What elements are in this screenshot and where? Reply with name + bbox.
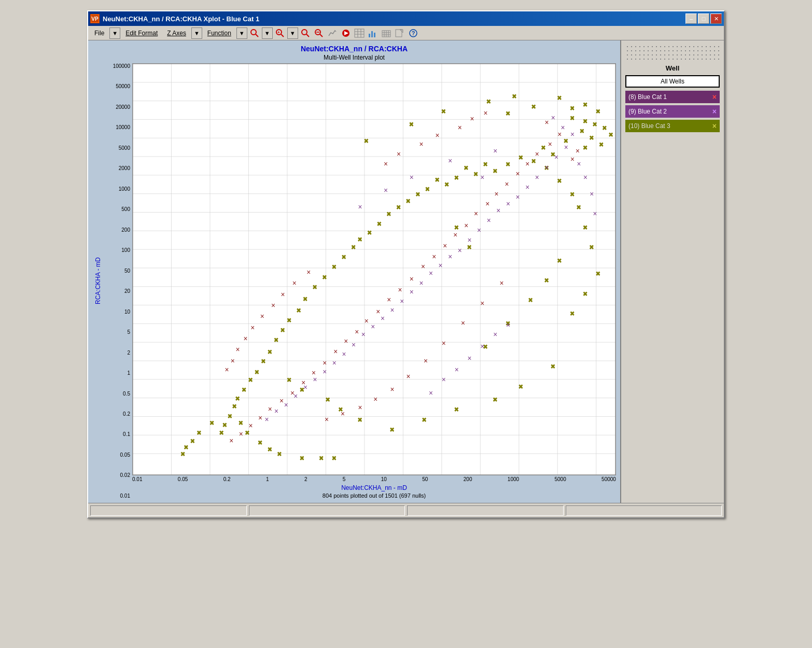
svg-text:×: ×: [423, 416, 426, 424]
svg-text:×: ×: [570, 155, 575, 163]
export-icon[interactable]: [394, 27, 406, 39]
well-x-1[interactable]: ×: [712, 93, 717, 101]
search-zoom-icon[interactable]: [248, 27, 261, 39]
zoom-fit-icon[interactable]: [299, 27, 312, 39]
svg-text:×: ×: [264, 415, 269, 423]
svg-text:×: ×: [342, 253, 345, 261]
svg-text:×: ×: [301, 378, 305, 387]
svg-text:×: ×: [474, 171, 478, 178]
svg-text:×: ×: [300, 455, 304, 462]
sidebar: Well All Wells (8) Blue Cat 1 × (9) Blue…: [620, 40, 724, 503]
svg-text:×: ×: [248, 376, 252, 384]
svg-text:×: ×: [297, 306, 301, 314]
x-tick: 1000: [508, 476, 519, 482]
svg-text:×: ×: [442, 108, 445, 115]
svg-text:×: ×: [223, 421, 227, 429]
svg-text:×: ×: [268, 348, 272, 356]
x-tick: 200: [464, 476, 472, 482]
svg-text:×: ×: [410, 173, 414, 181]
file-dropdown[interactable]: ▼: [109, 27, 120, 39]
title-bar: VP NeuNet:CKHA_nn / RCA:CKHA Xplot - Blu…: [88, 11, 724, 26]
plot-area[interactable]: × × × × × × × × × × × ×: [132, 63, 616, 475]
well-item-3[interactable]: (10) Blue Cat 3 ×: [625, 120, 720, 132]
bar-chart-icon[interactable]: [380, 27, 393, 39]
svg-text:×: ×: [210, 419, 214, 427]
maximize-button[interactable]: □: [698, 13, 709, 24]
close-button[interactable]: ✕: [710, 13, 722, 24]
minimize-button[interactable]: –: [685, 13, 697, 24]
status-section-4: [566, 505, 722, 516]
svg-text:×: ×: [277, 450, 281, 458]
svg-text:×: ×: [365, 137, 368, 145]
svg-text:×: ×: [197, 429, 201, 436]
svg-text:×: ×: [268, 405, 272, 413]
x-tick: 1: [266, 476, 269, 482]
menu-function[interactable]: Function: [203, 28, 235, 38]
menu-edit-format[interactable]: Edit Format: [121, 28, 162, 38]
svg-text:×: ×: [442, 375, 446, 384]
well-item-2[interactable]: (9) Blue Cat 2 ×: [625, 105, 720, 118]
svg-text:×: ×: [506, 321, 510, 329]
svg-text:×: ×: [387, 210, 390, 218]
svg-text:×: ×: [398, 286, 402, 294]
svg-text:×: ×: [551, 363, 555, 370]
x-tick: 2: [304, 476, 307, 482]
chart-area: NeuNet:CKHA_nn / RCA:CKHA Multi-Well Int…: [88, 40, 620, 503]
svg-text:×: ×: [303, 295, 307, 303]
x-axis-ticks: 0.01 0.05 0.2 1 2 5 10 50 200 1000 5000 …: [132, 475, 616, 483]
svg-text:×: ×: [231, 357, 235, 365]
svg-text:×: ×: [439, 261, 443, 270]
zoom-dropdown1[interactable]: ▼: [262, 27, 273, 39]
svg-text:×: ×: [371, 322, 375, 330]
y-tick: 50: [124, 268, 130, 274]
svg-text:×: ×: [290, 388, 295, 397]
y-tick: 0.1: [123, 431, 130, 437]
svg-text:×: ×: [532, 158, 536, 165]
well-item-1[interactable]: (8) Blue Cat 1 ×: [625, 91, 720, 103]
menu-file[interactable]: File: [90, 28, 108, 38]
svg-text:×: ×: [245, 429, 249, 436]
svg-text:×: ×: [464, 164, 468, 171]
svg-text:×: ×: [480, 173, 484, 181]
svg-text:×: ×: [467, 354, 471, 362]
help-icon[interactable]: ?: [407, 27, 419, 39]
svg-text:×: ×: [583, 224, 587, 231]
status-section-2: [249, 505, 405, 516]
play-icon[interactable]: [340, 27, 352, 39]
status-section-1: [90, 505, 247, 516]
svg-text:×: ×: [500, 279, 504, 287]
svg-text:×: ×: [480, 342, 484, 350]
y-tick: 20000: [116, 104, 130, 110]
svg-text:×: ×: [445, 180, 449, 188]
chart-icon[interactable]: [367, 27, 379, 39]
chart-line-icon[interactable]: [326, 27, 339, 39]
zoom-out-icon[interactable]: [313, 27, 325, 39]
svg-text:×: ×: [535, 150, 539, 158]
y-tick: 100000: [113, 63, 130, 69]
y-tick: 0.5: [123, 391, 130, 397]
svg-text:×: ×: [532, 103, 536, 110]
svg-text:×: ×: [455, 224, 458, 231]
svg-text:×: ×: [332, 359, 337, 367]
menu-z-axes[interactable]: Z Axes: [163, 28, 190, 38]
svg-text:×: ×: [326, 396, 329, 403]
well-x-3[interactable]: ×: [712, 122, 717, 130]
status-section-3: [407, 505, 564, 516]
svg-text:×: ×: [557, 177, 561, 185]
svg-text:×: ×: [583, 101, 587, 108]
svg-text:×: ×: [516, 170, 520, 178]
svg-text:×: ×: [577, 204, 581, 211]
y-tick: 0.05: [120, 452, 130, 458]
zoom-icon2[interactable]: +: [274, 27, 286, 39]
function-dropdown[interactable]: ▼: [236, 27, 247, 39]
zoom-dropdown2[interactable]: ▼: [287, 27, 298, 39]
svg-text:×: ×: [470, 115, 474, 123]
well-x-2[interactable]: ×: [712, 107, 717, 116]
all-wells-button[interactable]: All Wells: [625, 75, 720, 88]
svg-line-10: [320, 34, 323, 37]
svg-text:×: ×: [544, 277, 548, 284]
svg-text:×: ×: [407, 197, 410, 204]
grid-icon[interactable]: [353, 27, 366, 39]
svg-text:×: ×: [407, 372, 411, 380]
zaxes-dropdown[interactable]: ▼: [191, 27, 202, 39]
